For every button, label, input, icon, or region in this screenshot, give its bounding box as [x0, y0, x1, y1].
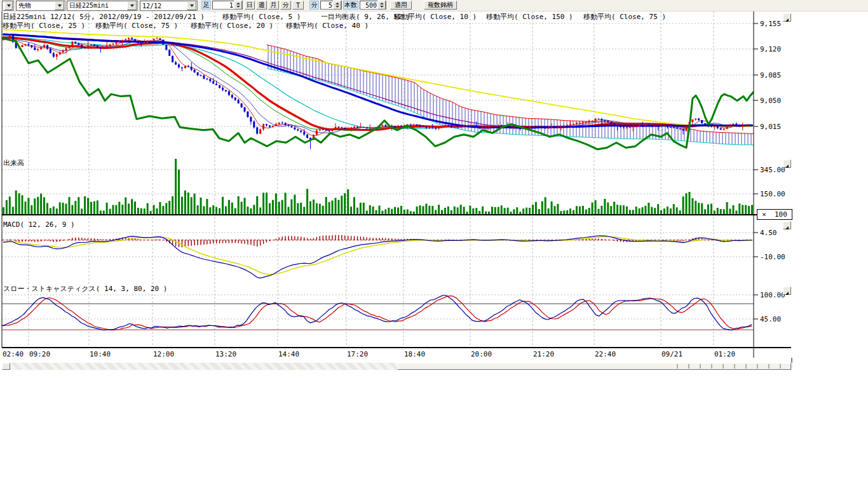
volume-bars [3, 158, 753, 215]
time-axis-label: 10:40 [90, 350, 111, 358]
time-axis-label: 18:40 [404, 350, 425, 358]
button-daily[interactable]: 日 [245, 1, 255, 10]
time-axis-label: 09:20 [29, 350, 50, 358]
indicator-label: 移動平均( Close, 150 ) [486, 12, 573, 22]
button-minute[interactable]: 分 [280, 1, 291, 10]
axis-tick-label: 4.50 [760, 229, 777, 237]
time-axis-label: 20:00 [471, 350, 492, 358]
scroll-left-button[interactable] [2, 363, 10, 370]
button-weekly[interactable]: 週 [256, 1, 267, 10]
indicator-label: 移動平均( Close, 20 ) [191, 21, 273, 30]
time-axis-label: 02:40 [3, 350, 24, 358]
time-axis-label: 14:40 [278, 350, 299, 358]
time-axis-label: 09/21 [661, 350, 682, 358]
panel-resize-icon[interactable] [783, 13, 791, 22]
axis-tick-label: 9,050 [760, 97, 781, 105]
time-axis-label: 12:00 [153, 350, 174, 358]
scrollbar-thumb[interactable] [397, 363, 791, 370]
combo-market-value: 先物 [17, 1, 55, 10]
combo-market[interactable]: 先物 [16, 1, 65, 11]
chevron-down-icon[interactable] [127, 1, 137, 10]
time-axis-label: 17:20 [347, 350, 368, 358]
axis-labels: 9,1559,1209,0859,0509,015345.00150.004.5… [3, 20, 785, 358]
multi-symbol-button[interactable]: 複数銘柄 [424, 1, 457, 10]
grid-lines [2, 11, 754, 348]
label-bar-count: 本数 [343, 1, 358, 10]
label-ashi: 足 [201, 1, 211, 10]
combo-contract-month[interactable]: 12/12 [140, 1, 198, 11]
axis-tick-label: 45.00 [760, 315, 781, 323]
combo-empty[interactable] [2, 1, 14, 11]
combo-symbol[interactable]: 日経225mini [67, 1, 138, 11]
chevron-down-icon[interactable] [187, 1, 196, 10]
stochastics-panel-title: スロー・ストキャスティクス( 14, 3, 80, 20 ) [3, 284, 167, 294]
macd-panel-title: MACD( 12, 26, 9 ) [3, 220, 75, 229]
axis-tick-label: 100.00 [760, 291, 785, 299]
ashi-count-value: 1 [213, 2, 234, 9]
axis-tick-label: -10.00 [760, 253, 785, 261]
spinner-icon[interactable] [234, 1, 242, 10]
chikou-span-line [2, 38, 754, 149]
stochastics-panel-plot [2, 295, 754, 330]
time-axis-label: 13:20 [215, 350, 236, 358]
label-minute: 分 [309, 1, 319, 10]
combo-contract-value: 12/12 [140, 3, 187, 10]
volume-multiplier-badge: × 100 [757, 209, 792, 220]
chart-canvas[interactable]: 9,1559,1209,0859,0509,015345.00150.004.5… [0, 0, 868, 488]
indicator-label: 移動平均( Close, 40 ) [286, 21, 369, 30]
axis-tick-label: 9,120 [760, 45, 781, 53]
spinner-icon[interactable] [333, 1, 341, 10]
indicator-label: 移動平均( Close, 75 ) [583, 12, 666, 22]
chevron-down-icon[interactable] [55, 1, 64, 10]
candlesticks [3, 34, 753, 149]
axis-tick-label: 9,085 [760, 71, 781, 79]
spinner-icon[interactable] [377, 1, 386, 10]
indicator-label: 移動平均( Close, 10 ) [394, 12, 477, 22]
chart-window: 9,1559,1209,0859,0509,015345.00150.004.5… [0, 0, 868, 488]
combo-symbol-value: 日経225mini [67, 1, 127, 10]
indicator-label: 移動平均( Close, 25 ) [3, 21, 85, 30]
panel-resize-icon[interactable] [783, 287, 791, 295]
button-tick[interactable]: T [292, 1, 304, 10]
panel-resize-icon[interactable] [783, 159, 791, 168]
apply-button[interactable]: 適用 [390, 1, 412, 10]
ashi-count-spinner[interactable]: 1 [212, 1, 243, 10]
button-monthly[interactable]: 月 [268, 1, 279, 10]
volume-panel-title: 出来高 [3, 158, 24, 168]
time-axis-label: 01:20 [714, 350, 735, 358]
horizontal-scrollbar[interactable] [2, 363, 792, 370]
axis-tick-label: 150.00 [760, 190, 785, 198]
time-axis-label: 21:20 [533, 350, 554, 358]
bar-count-value: 500 [360, 2, 377, 9]
time-axis-label: 22:40 [595, 350, 616, 358]
minute-spinner[interactable]: 5 [320, 1, 342, 10]
chart-title: 日経225mini 12/12( 5分, 2012/09/19 - 2012/0… [3, 12, 205, 22]
indicator-label: 移動平均( Close, 75 ) [95, 21, 178, 30]
moving-average-lines [4, 30, 752, 136]
toolbar: 先物 日経225mini 12/12 足 1 日 週 月 分 T 分 5 [0, 0, 868, 11]
minute-value: 5 [321, 2, 333, 9]
axes-borders [2, 11, 792, 363]
chevron-down-icon[interactable] [4, 1, 13, 10]
indicator-label: 移動平均( Close, 5 ) [222, 12, 301, 22]
axis-tick-label: 345.00 [760, 166, 785, 174]
panel-resize-icon[interactable] [783, 221, 791, 229]
axis-tick-label: 9,015 [760, 123, 781, 131]
bar-count-spinner[interactable]: 500 [360, 1, 386, 10]
scrollbar-thumb-texture [667, 364, 790, 369]
axis-tick-label: 9,155 [760, 20, 781, 28]
